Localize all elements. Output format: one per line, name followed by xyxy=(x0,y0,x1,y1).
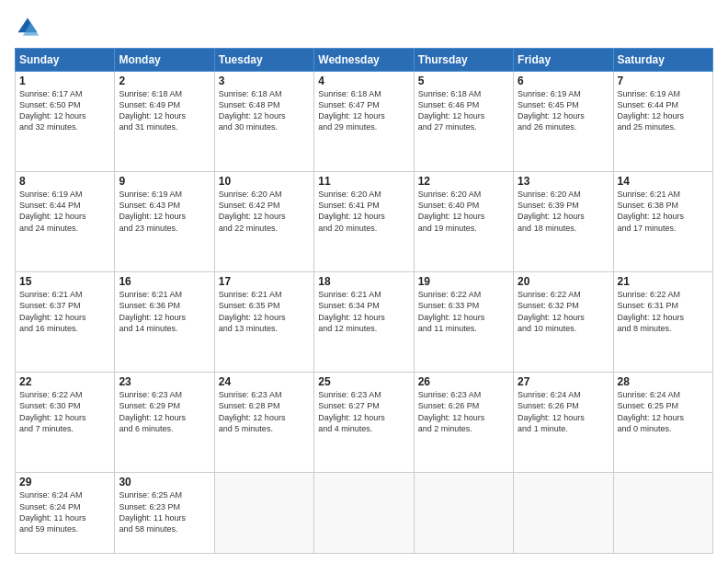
day-info: Sunrise: 6:24 AM Sunset: 6:25 PM Dayligh… xyxy=(618,389,709,434)
day-number: 21 xyxy=(618,275,709,288)
calendar-day-cell: 19Sunrise: 6:22 AM Sunset: 6:33 PM Dayli… xyxy=(414,272,513,373)
day-info: Sunrise: 6:17 AM Sunset: 6:50 PM Dayligh… xyxy=(19,88,110,133)
calendar-day-cell: 7Sunrise: 6:19 AM Sunset: 6:44 PM Daylig… xyxy=(613,72,712,172)
day-info: Sunrise: 6:24 AM Sunset: 6:24 PM Dayligh… xyxy=(19,489,110,534)
day-number: 26 xyxy=(418,375,509,388)
day-number: 19 xyxy=(418,275,509,288)
day-number: 17 xyxy=(219,275,310,288)
day-info: Sunrise: 6:20 AM Sunset: 6:42 PM Dayligh… xyxy=(219,189,310,234)
day-number: 20 xyxy=(518,275,609,288)
day-number: 23 xyxy=(119,375,210,388)
logo xyxy=(15,15,44,40)
calendar-header-cell: Sunday xyxy=(16,49,115,72)
day-info: Sunrise: 6:21 AM Sunset: 6:35 PM Dayligh… xyxy=(219,289,310,334)
calendar-week-row: 1Sunrise: 6:17 AM Sunset: 6:50 PM Daylig… xyxy=(16,72,713,172)
calendar-day-cell: 30Sunrise: 6:25 AM Sunset: 6:23 PM Dayli… xyxy=(115,473,214,554)
calendar-day-cell: 11Sunrise: 6:20 AM Sunset: 6:41 PM Dayli… xyxy=(314,172,414,272)
day-info: Sunrise: 6:22 AM Sunset: 6:30 PM Dayligh… xyxy=(19,389,110,434)
calendar-body: 1Sunrise: 6:17 AM Sunset: 6:50 PM Daylig… xyxy=(16,72,713,554)
day-number: 28 xyxy=(618,375,709,388)
calendar-day-cell: 27Sunrise: 6:24 AM Sunset: 6:26 PM Dayli… xyxy=(514,373,613,473)
day-info: Sunrise: 6:25 AM Sunset: 6:23 PM Dayligh… xyxy=(119,489,210,534)
calendar-day-cell: 24Sunrise: 6:23 AM Sunset: 6:28 PM Dayli… xyxy=(214,373,313,473)
calendar-day-cell: 3Sunrise: 6:18 AM Sunset: 6:48 PM Daylig… xyxy=(214,72,313,172)
calendar-day-cell xyxy=(613,473,712,554)
day-number: 24 xyxy=(219,375,310,388)
calendar-day-cell: 23Sunrise: 6:23 AM Sunset: 6:29 PM Dayli… xyxy=(115,373,214,473)
day-number: 6 xyxy=(518,75,609,87)
day-info: Sunrise: 6:24 AM Sunset: 6:26 PM Dayligh… xyxy=(518,389,609,434)
day-number: 9 xyxy=(119,175,210,188)
calendar-day-cell: 25Sunrise: 6:23 AM Sunset: 6:27 PM Dayli… xyxy=(314,373,414,473)
day-info: Sunrise: 6:19 AM Sunset: 6:43 PM Dayligh… xyxy=(119,189,210,234)
day-number: 4 xyxy=(318,75,409,87)
day-info: Sunrise: 6:23 AM Sunset: 6:27 PM Dayligh… xyxy=(318,389,409,434)
calendar-header-cell: Wednesday xyxy=(314,49,414,72)
calendar-week-row: 8Sunrise: 6:19 AM Sunset: 6:44 PM Daylig… xyxy=(16,172,713,272)
day-number: 27 xyxy=(518,375,609,388)
calendar-day-cell: 17Sunrise: 6:21 AM Sunset: 6:35 PM Dayli… xyxy=(214,272,313,373)
day-info: Sunrise: 6:20 AM Sunset: 6:41 PM Dayligh… xyxy=(318,189,409,234)
calendar-week-row: 22Sunrise: 6:22 AM Sunset: 6:30 PM Dayli… xyxy=(16,373,713,473)
calendar-day-cell: 8Sunrise: 6:19 AM Sunset: 6:44 PM Daylig… xyxy=(16,172,115,272)
day-info: Sunrise: 6:20 AM Sunset: 6:40 PM Dayligh… xyxy=(418,189,509,234)
calendar-day-cell: 14Sunrise: 6:21 AM Sunset: 6:38 PM Dayli… xyxy=(613,172,712,272)
calendar-day-cell: 28Sunrise: 6:24 AM Sunset: 6:25 PM Dayli… xyxy=(613,373,712,473)
calendar-header-row: SundayMondayTuesdayWednesdayThursdayFrid… xyxy=(16,49,713,72)
day-info: Sunrise: 6:20 AM Sunset: 6:39 PM Dayligh… xyxy=(518,189,609,234)
day-info: Sunrise: 6:23 AM Sunset: 6:26 PM Dayligh… xyxy=(418,389,509,434)
calendar-day-cell xyxy=(514,473,613,554)
day-number: 1 xyxy=(19,75,110,87)
day-number: 2 xyxy=(119,75,210,87)
calendar-day-cell: 13Sunrise: 6:20 AM Sunset: 6:39 PM Dayli… xyxy=(514,172,613,272)
day-info: Sunrise: 6:21 AM Sunset: 6:37 PM Dayligh… xyxy=(19,289,110,334)
day-info: Sunrise: 6:18 AM Sunset: 6:47 PM Dayligh… xyxy=(318,88,409,133)
day-info: Sunrise: 6:23 AM Sunset: 6:28 PM Dayligh… xyxy=(219,389,310,434)
header xyxy=(15,15,713,40)
day-number: 11 xyxy=(318,175,409,188)
calendar-day-cell: 6Sunrise: 6:19 AM Sunset: 6:45 PM Daylig… xyxy=(514,72,613,172)
day-info: Sunrise: 6:19 AM Sunset: 6:44 PM Dayligh… xyxy=(19,189,110,234)
day-info: Sunrise: 6:18 AM Sunset: 6:48 PM Dayligh… xyxy=(219,88,310,133)
calendar-header-cell: Monday xyxy=(115,49,214,72)
calendar-day-cell: 4Sunrise: 6:18 AM Sunset: 6:47 PM Daylig… xyxy=(314,72,414,172)
day-number: 3 xyxy=(219,75,310,87)
day-info: Sunrise: 6:21 AM Sunset: 6:34 PM Dayligh… xyxy=(318,289,409,334)
day-number: 29 xyxy=(19,476,110,488)
page: SundayMondayTuesdayWednesdayThursdayFrid… xyxy=(0,0,728,563)
calendar-day-cell: 21Sunrise: 6:22 AM Sunset: 6:31 PM Dayli… xyxy=(613,272,712,373)
calendar-day-cell: 9Sunrise: 6:19 AM Sunset: 6:43 PM Daylig… xyxy=(115,172,214,272)
calendar-header-cell: Saturday xyxy=(613,49,712,72)
calendar-header-cell: Thursday xyxy=(414,49,513,72)
day-info: Sunrise: 6:23 AM Sunset: 6:29 PM Dayligh… xyxy=(119,389,210,434)
calendar-day-cell: 18Sunrise: 6:21 AM Sunset: 6:34 PM Dayli… xyxy=(314,272,414,373)
day-info: Sunrise: 6:19 AM Sunset: 6:45 PM Dayligh… xyxy=(518,88,609,133)
calendar-day-cell: 2Sunrise: 6:18 AM Sunset: 6:49 PM Daylig… xyxy=(115,72,214,172)
day-number: 25 xyxy=(318,375,409,388)
day-info: Sunrise: 6:22 AM Sunset: 6:33 PM Dayligh… xyxy=(418,289,509,334)
day-number: 8 xyxy=(19,175,110,188)
day-number: 15 xyxy=(19,275,110,288)
day-number: 18 xyxy=(318,275,409,288)
calendar-day-cell xyxy=(314,473,414,554)
day-info: Sunrise: 6:21 AM Sunset: 6:38 PM Dayligh… xyxy=(618,189,709,234)
logo-icon xyxy=(15,15,40,40)
calendar-day-cell xyxy=(214,473,313,554)
day-number: 10 xyxy=(219,175,310,188)
calendar-day-cell: 5Sunrise: 6:18 AM Sunset: 6:46 PM Daylig… xyxy=(414,72,513,172)
calendar-table: SundayMondayTuesdayWednesdayThursdayFrid… xyxy=(15,48,713,554)
day-number: 12 xyxy=(418,175,509,188)
day-number: 7 xyxy=(618,75,709,87)
day-number: 30 xyxy=(119,476,210,488)
day-number: 22 xyxy=(19,375,110,388)
day-info: Sunrise: 6:18 AM Sunset: 6:49 PM Dayligh… xyxy=(119,88,210,133)
day-number: 16 xyxy=(119,275,210,288)
calendar-day-cell: 22Sunrise: 6:22 AM Sunset: 6:30 PM Dayli… xyxy=(16,373,115,473)
day-info: Sunrise: 6:22 AM Sunset: 6:32 PM Dayligh… xyxy=(518,289,609,334)
day-number: 5 xyxy=(418,75,509,87)
day-info: Sunrise: 6:19 AM Sunset: 6:44 PM Dayligh… xyxy=(618,88,709,133)
day-number: 14 xyxy=(618,175,709,188)
calendar-day-cell: 29Sunrise: 6:24 AM Sunset: 6:24 PM Dayli… xyxy=(16,473,115,554)
calendar-day-cell: 12Sunrise: 6:20 AM Sunset: 6:40 PM Dayli… xyxy=(414,172,513,272)
calendar-day-cell: 15Sunrise: 6:21 AM Sunset: 6:37 PM Dayli… xyxy=(16,272,115,373)
